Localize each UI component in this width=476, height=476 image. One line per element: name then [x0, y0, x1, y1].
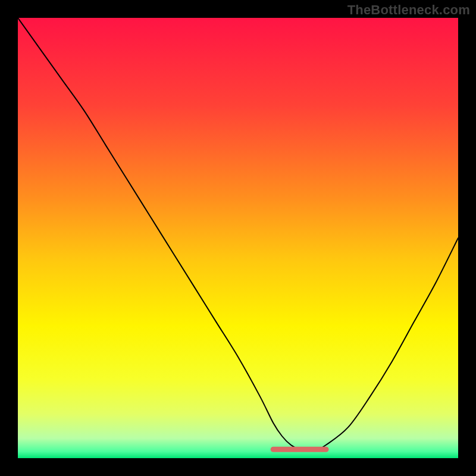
bottleneck-chart [18, 18, 458, 458]
gradient-background [18, 18, 458, 458]
watermark-text: TheBottleneck.com [347, 2, 470, 18]
